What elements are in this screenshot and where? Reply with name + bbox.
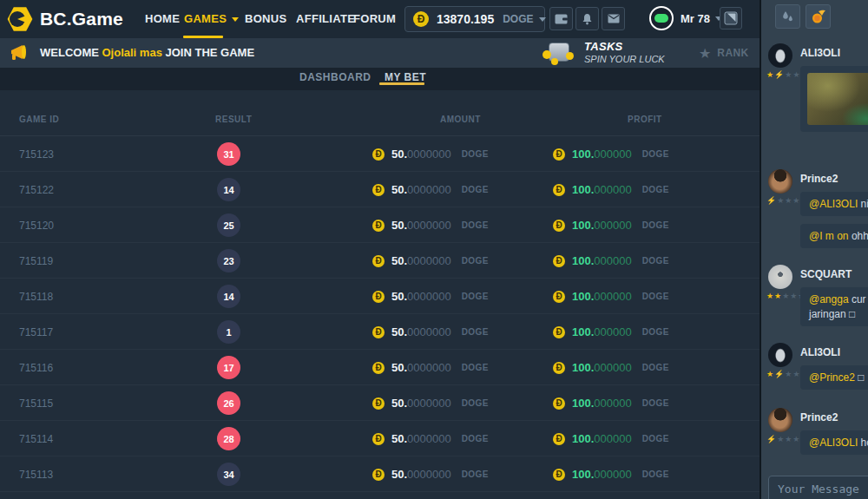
doge-coin-icon bbox=[553, 433, 565, 445]
bet-profit: 100.000000DOGE bbox=[553, 314, 669, 350]
balance-currency: DOGE bbox=[503, 13, 533, 25]
coindrop-button[interactable] bbox=[806, 4, 831, 29]
game-id: 715120 bbox=[19, 220, 54, 232]
currency-label: DOGE bbox=[642, 363, 669, 372]
table-row[interactable]: 715114 28 50.0000000DOGE 100.000000DOGE bbox=[0, 421, 760, 456]
balance-selector[interactable]: 13870.195 DOGE bbox=[404, 6, 545, 32]
table-header: GAME ID RESULT AMOUNT PROFIT bbox=[0, 90, 760, 136]
chat-bubble[interactable]: @ALI3OLI ho bbox=[800, 430, 868, 455]
currency-label: DOGE bbox=[462, 256, 489, 266]
chat-username[interactable]: Prince2 bbox=[800, 411, 838, 423]
avatar[interactable] bbox=[768, 169, 792, 194]
chat-bubble[interactable]: @ALI3OLI ni bbox=[800, 192, 868, 216]
rain-button[interactable] bbox=[775, 4, 800, 29]
nav-games[interactable]: GAMES bbox=[184, 0, 239, 38]
currency-label: DOGE bbox=[642, 220, 669, 230]
wallet-button[interactable] bbox=[549, 7, 573, 30]
mention[interactable]: @ALI3OLI bbox=[809, 198, 861, 210]
avatar[interactable] bbox=[768, 43, 792, 68]
chat-image-bubble[interactable] bbox=[800, 66, 868, 132]
currency-label: DOGE bbox=[462, 149, 489, 159]
chat-bubble[interactable]: @Prince2 □ bbox=[800, 365, 868, 390]
currency-label: DOGE bbox=[642, 185, 669, 194]
bet-profit: 100.000000DOGE bbox=[553, 207, 669, 243]
doge-coin-icon bbox=[413, 11, 429, 27]
rank-shortcut[interactable]: RANK bbox=[699, 38, 749, 68]
table-row[interactable]: 715115 26 50.0000000DOGE 100.000000DOGE bbox=[0, 385, 760, 421]
doge-coin-icon bbox=[372, 291, 385, 303]
tasks-subtitle: SPIN YOUR LUCK bbox=[584, 54, 665, 64]
currency-label: DOGE bbox=[462, 434, 489, 443]
megaphone-icon bbox=[9, 44, 28, 62]
result-badge: 31 bbox=[217, 142, 240, 166]
col-game-id: GAME ID bbox=[19, 115, 59, 124]
bet-profit: 100.000000DOGE bbox=[553, 385, 669, 421]
doge-coin-icon bbox=[372, 433, 385, 445]
chat-username[interactable]: SCQUART bbox=[800, 268, 852, 280]
mention[interactable]: @ALI3OLI bbox=[809, 437, 861, 449]
nav-home[interactable]: HOME bbox=[145, 0, 180, 38]
chat-bubble[interactable]: @angga cur jaringan □ bbox=[800, 287, 868, 326]
table-row[interactable]: 715123 31 50.0000000DOGE 100.000000DOGE bbox=[0, 136, 760, 172]
tab-dashboard[interactable]: DASHBOARD bbox=[299, 68, 372, 90]
avatar[interactable] bbox=[768, 343, 792, 367]
table-row[interactable]: 715116 17 50.0000000DOGE 100.000000DOGE bbox=[0, 350, 760, 385]
doge-coin-icon bbox=[372, 148, 385, 161]
currency-label: DOGE bbox=[462, 185, 489, 194]
currency-label: DOGE bbox=[642, 398, 669, 408]
brand-name: BC.Game bbox=[40, 9, 123, 30]
chat-message-input[interactable] bbox=[768, 476, 868, 499]
brand-logo[interactable]: BC.Game bbox=[7, 6, 123, 32]
bet-profit: 100.000000DOGE bbox=[553, 172, 669, 207]
user-menu[interactable]: Mr 78 bbox=[649, 6, 722, 30]
table-row[interactable]: 715113 34 50.0000000DOGE 100.000000DOGE bbox=[0, 456, 760, 492]
table-row[interactable]: 715122 14 50.0000000DOGE 100.000000DOGE bbox=[0, 172, 760, 207]
chevron-down-icon bbox=[539, 17, 546, 22]
currency-label: DOGE bbox=[642, 149, 669, 159]
notifications-button[interactable] bbox=[575, 7, 599, 30]
nav-forum[interactable]: FORUM bbox=[353, 0, 396, 38]
doge-coin-icon bbox=[372, 220, 385, 232]
bell-icon bbox=[582, 13, 593, 25]
currency-label: DOGE bbox=[642, 292, 669, 301]
my-bet-table: GAME ID RESULT AMOUNT PROFIT 715123 31 5… bbox=[0, 90, 760, 499]
chat-bubble[interactable]: @I m on ohh bbox=[800, 224, 868, 248]
avatar[interactable] bbox=[768, 408, 792, 432]
table-row[interactable]: 715117 1 50.0000000DOGE 100.000000DOGE bbox=[0, 314, 760, 350]
nav-affiliate[interactable]: AFFILIATE bbox=[296, 0, 355, 38]
main-area: BC.Game HOME GAMES BONUS AFFILIATE FORUM… bbox=[0, 0, 760, 499]
game-id: 715122 bbox=[19, 184, 54, 196]
currency-label: DOGE bbox=[462, 469, 489, 479]
envelope-icon bbox=[608, 14, 620, 23]
panel-toggle-icon bbox=[724, 11, 738, 25]
chat-toggle-button[interactable] bbox=[720, 7, 742, 30]
chat-username[interactable]: ALI3OLI bbox=[800, 47, 840, 59]
chat-username[interactable]: ALI3OLI bbox=[800, 346, 840, 358]
table-row[interactable]: 715120 25 50.0000000DOGE 100.000000DOGE bbox=[0, 207, 760, 243]
chat-username[interactable]: Prince2 bbox=[800, 173, 838, 185]
currency-label: DOGE bbox=[462, 220, 489, 230]
currency-label: DOGE bbox=[642, 434, 669, 443]
doge-coin-icon bbox=[553, 184, 565, 196]
bet-amount: 50.0000000DOGE bbox=[372, 279, 489, 314]
avatar[interactable] bbox=[768, 265, 792, 289]
table-row[interactable]: 715118 14 50.0000000DOGE 100.000000DOGE bbox=[0, 279, 760, 314]
result-badge: 25 bbox=[217, 213, 240, 237]
mention[interactable]: @I m on bbox=[809, 230, 852, 242]
mention[interactable]: @angga bbox=[809, 293, 852, 305]
bet-profit: 100.000000DOGE bbox=[553, 456, 669, 492]
table-row[interactable]: 715119 23 50.0000000DOGE 100.000000DOGE bbox=[0, 243, 760, 279]
nav-bonus[interactable]: BONUS bbox=[245, 0, 286, 38]
tasks-title: TASKS bbox=[584, 40, 665, 53]
mail-button[interactable] bbox=[602, 7, 625, 30]
result-badge: 23 bbox=[217, 249, 240, 272]
tasks-shortcut[interactable]: TASKS SPIN YOUR LUCK bbox=[542, 40, 665, 64]
star-icon bbox=[699, 45, 711, 62]
col-profit: PROFIT bbox=[628, 115, 662, 124]
tab-my-bet[interactable]: MY BET bbox=[385, 68, 426, 90]
mention[interactable]: @Prince2 bbox=[809, 371, 858, 384]
rain-drops-icon bbox=[781, 10, 794, 23]
doge-coin-icon bbox=[372, 255, 385, 267]
currency-label: DOGE bbox=[462, 292, 489, 301]
username-label: Mr 78 bbox=[681, 12, 710, 25]
